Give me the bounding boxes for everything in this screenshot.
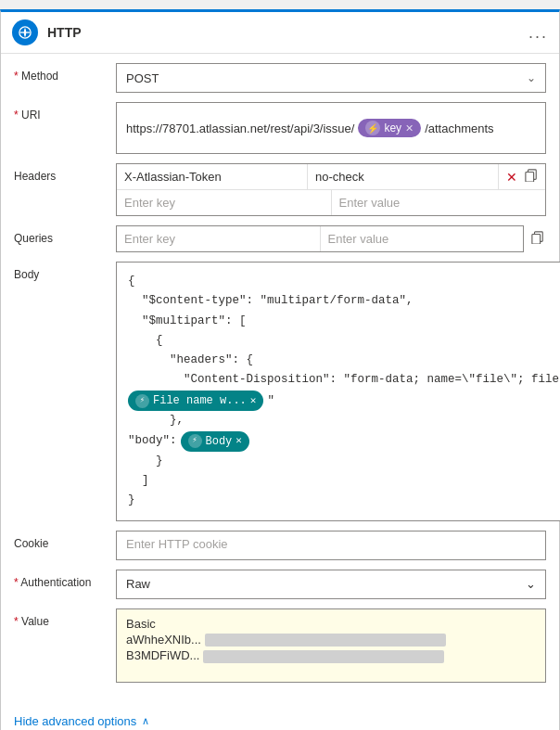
file-pill-suffix: " <box>267 391 274 411</box>
body-label: Body <box>14 262 116 281</box>
value-row: Value Basic aWhheXNIb... B3MDFiWD... <box>14 608 546 683</box>
card-header: HTTP ... <box>1 12 559 54</box>
cookie-input[interactable]: Enter HTTP cookie <box>116 531 546 560</box>
file-token-remove[interactable]: ✕ <box>250 392 257 410</box>
method-field: POST ⌄ <box>116 63 546 93</box>
uri-label: URI <box>14 102 116 122</box>
header-key-placeholder[interactable]: Enter key <box>117 190 332 215</box>
query-value-placeholder[interactable]: Enter value <box>321 226 524 251</box>
body-line-6: "Content-Disposition": "form-data; name=… <box>128 370 560 390</box>
file-token-icon: ⚡ <box>135 394 149 408</box>
queries-field: Enter key Enter value <box>116 225 546 252</box>
svg-rect-3 <box>526 173 534 183</box>
queries-label: Queries <box>14 225 116 245</box>
headers-field: X-Atlassian-Token no-check ✕ <box>116 163 546 216</box>
file-name-token[interactable]: ⚡ File name w... ✕ <box>128 391 263 411</box>
token-icon: ⚡ <box>365 121 380 135</box>
body-line-10: ] <box>128 471 560 491</box>
value-label: Value <box>14 608 116 628</box>
headers-label: Headers <box>14 163 116 183</box>
header-key-1[interactable]: X-Atlassian-Token <box>117 164 308 189</box>
header-copy-button[interactable] <box>523 167 540 186</box>
card-body: Method POST ⌄ URI https://78701.atlassia… <box>1 54 559 705</box>
uri-prefix: https://78701.atlassian.net/rest/api/3/i… <box>126 122 354 135</box>
header-delete-button[interactable]: ✕ <box>504 168 519 186</box>
authentication-select[interactable]: Raw ⌄ <box>116 570 546 599</box>
svg-rect-5 <box>532 235 541 245</box>
hide-advanced-label: Hide advanced options <box>14 714 136 728</box>
value-line-1: Basic <box>126 617 536 631</box>
body-line-4: { <box>128 331 560 351</box>
uri-suffix: /attachments <box>425 122 493 135</box>
headers-grid: X-Atlassian-Token no-check ✕ <box>116 163 546 216</box>
header-value-placeholder[interactable]: Enter value <box>332 190 546 215</box>
cookie-label: Cookie <box>14 531 116 550</box>
header-row-1: X-Atlassian-Token no-check ✕ <box>117 164 545 190</box>
body-token-label: Body <box>206 432 233 451</box>
uri-row: URI https://78701.atlassian.net/rest/api… <box>14 102 546 154</box>
body-line-3: "$multipart": [ <box>128 312 560 331</box>
body-key-text: "body": <box>128 431 177 451</box>
body-line-5: "headers": { <box>128 351 560 370</box>
token-remove-button[interactable]: ✕ <box>405 122 414 134</box>
method-value: POST <box>126 71 159 85</box>
value-line-3: B3MDFiWD... <box>126 648 536 663</box>
http-card: HTTP ... Method POST ⌄ URI https://78701… <box>0 9 560 730</box>
uri-field: https://78701.atlassian.net/rest/api/3/i… <box>116 102 546 154</box>
authentication-field: Raw ⌄ <box>116 570 546 599</box>
more-options-button[interactable]: ... <box>528 23 548 43</box>
hide-advanced-chevron-icon: ∧ <box>142 715 149 727</box>
token-label: key <box>384 122 401 134</box>
value-input[interactable]: Basic aWhheXNIb... B3MDFiWD... <box>116 608 546 683</box>
file-token-label: File name w... <box>153 391 247 410</box>
queries-container: Enter key Enter value <box>116 225 546 252</box>
body-token[interactable]: ⚡ Body ✕ <box>181 431 249 452</box>
cookie-field: Enter HTTP cookie <box>116 531 546 560</box>
body-line-11: } <box>128 491 560 510</box>
body-line-9: } <box>128 452 560 471</box>
method-select[interactable]: POST ⌄ <box>116 63 546 93</box>
method-chevron-icon: ⌄ <box>527 71 536 84</box>
authentication-label: Authentication <box>14 570 116 589</box>
value-line-2: aWhheXNIb... <box>126 633 536 647</box>
uri-key-token[interactable]: ⚡ key ✕ <box>358 119 421 137</box>
body-token-icon: ⚡ <box>188 434 202 448</box>
header-row-2: Enter key Enter value <box>117 190 545 215</box>
uri-input[interactable]: https://78701.atlassian.net/rest/api/3/i… <box>116 102 546 154</box>
hide-advanced-button[interactable]: Hide advanced options ∧ <box>1 705 559 730</box>
value-field: Basic aWhheXNIb... B3MDFiWD... <box>116 608 546 683</box>
body-row: Body { "$content-type": "multipart/form-… <box>14 262 546 521</box>
card-title: HTTP <box>47 25 528 40</box>
queries-copy-button[interactable] <box>529 229 546 249</box>
value-masked-1 <box>205 634 446 647</box>
body-editor[interactable]: { "$content-type": "multipart/form-data"… <box>116 262 560 521</box>
cookie-placeholder: Enter HTTP cookie <box>126 537 228 551</box>
body-line-1: { <box>128 272 560 291</box>
method-row: Method POST ⌄ <box>14 63 546 93</box>
body-field: { "$content-type": "multipart/form-data"… <box>116 262 560 521</box>
queries-grid: Enter key Enter value <box>116 225 524 252</box>
cookie-row: Cookie Enter HTTP cookie <box>14 531 546 560</box>
body-line-7: }, <box>128 411 560 430</box>
value-masked-2 <box>203 650 444 663</box>
auth-chevron-icon: ⌄ <box>526 577 536 591</box>
authentication-row: Authentication Raw ⌄ <box>14 570 546 599</box>
http-icon <box>12 19 38 45</box>
method-label: Method <box>14 63 116 83</box>
queries-row: Queries Enter key Enter value <box>14 225 546 252</box>
body-file-line: ⚡ File name w... ✕ " <box>128 391 274 411</box>
query-key-placeholder[interactable]: Enter key <box>117 226 321 251</box>
auth-value: Raw <box>126 577 150 591</box>
headers-row: Headers X-Atlassian-Token no-check ✕ <box>14 163 546 216</box>
body-body-line: "body": ⚡ Body ✕ <box>128 431 249 452</box>
body-line-2: "$content-type": "multipart/form-data", <box>128 291 560 311</box>
header-actions-1: ✕ <box>499 167 545 186</box>
body-token-remove[interactable]: ✕ <box>235 432 242 450</box>
header-value-1[interactable]: no-check <box>308 164 499 189</box>
